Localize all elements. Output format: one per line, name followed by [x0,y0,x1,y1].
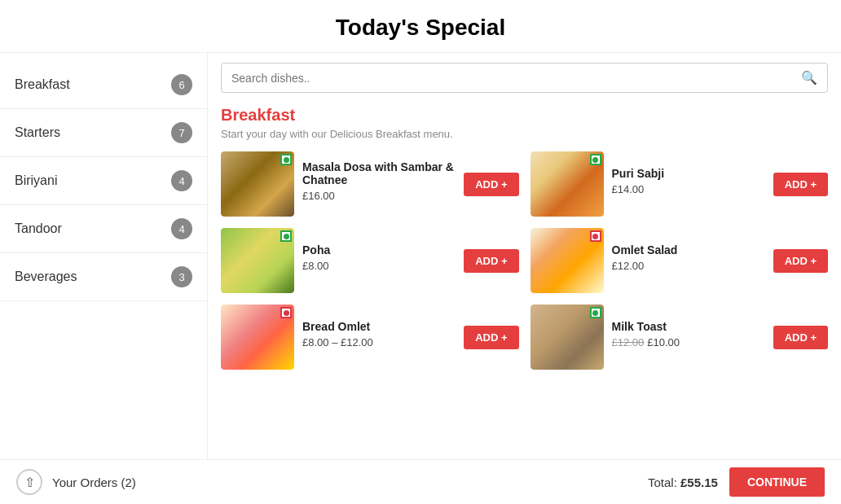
dish-info: Milk Toast £12.00£10.00 [612,320,765,355]
sidebar-badge: 3 [171,266,192,287]
dish-card: Bread Omlet £8.00 – £12.00 ADD + [221,305,519,370]
dish-card: Milk Toast £12.00£10.00 ADD + [531,305,829,370]
veg-dot [284,234,289,239]
dish-name: Puri Sabji [612,167,765,180]
dish-info: Omlet Salad £12.00 [612,243,765,278]
add-dish-button[interactable]: ADD + [464,326,518,349]
dish-name: Poha [302,243,456,256]
veg-indicator [280,307,292,318]
search-icon: 🔍 [801,70,817,85]
sidebar-badge: 4 [171,218,192,239]
search-input[interactable] [231,72,801,85]
sidebar-badge: 7 [171,122,192,143]
dish-price: £16.00 [302,190,456,202]
add-dish-button[interactable]: ADD + [464,173,518,196]
section-subtitle: Start your day with our Delicious Breakf… [221,128,828,140]
add-dish-button[interactable]: ADD + [773,249,828,273]
total-text: Total: £55.15 [648,476,718,489]
dish-name: Omlet Salad [612,243,765,256]
dish-info: Bread Omlet £8.00 – £12.00 [302,320,456,355]
dish-name: Milk Toast [612,320,765,333]
veg-indicator [590,307,601,318]
sidebar-item-starters[interactable]: Starters 7 [0,109,207,157]
veg-dot [284,310,289,316]
veg-indicator [590,154,601,165]
dish-price-original: £12.00 [612,336,645,348]
sidebar: Breakfast 6 Starters 7 Biriyani 4 Tandoo… [0,53,208,463]
veg-indicator [590,230,601,242]
veg-dot [592,157,598,163]
dish-card: Puri Sabji £14.00 ADD + [531,151,829,217]
add-dish-button[interactable]: ADD + [773,173,828,196]
orders-label: Your Orders (2) [52,476,136,489]
sidebar-item-breakfast[interactable]: Breakfast 6 [0,61,207,109]
content-area: 🔍 Breakfast Start your day with our Deli… [208,53,841,463]
orders-up-icon[interactable]: ⇧ [16,469,42,495]
bottom-bar: ⇧ Your Orders (2) Total: £55.15 CONTINUE [0,459,841,504]
dish-name: Bread Omlet [302,320,456,333]
dish-price: £8.00 – £12.00 [302,336,456,348]
dish-info: Masala Dosa with Sambar & Chatnee £16.00 [302,160,456,208]
dish-card: Masala Dosa with Sambar & Chatnee £16.00… [221,151,519,217]
sidebar-item-beverages[interactable]: Beverages 3 [0,253,207,301]
dish-card: Omlet Salad £12.00 ADD + [531,228,829,293]
sidebar-label: Tandoor [15,221,62,236]
page-title: Today's Special [0,0,841,53]
dish-price: £14.00 [612,183,765,195]
dish-card: Poha £8.00 ADD + [221,228,519,293]
add-dish-button[interactable]: ADD + [773,326,828,349]
sidebar-badge: 6 [171,74,192,95]
sidebar-label: Beverages [15,270,77,284]
veg-indicator [280,154,292,165]
sidebar-badge: 4 [171,170,192,191]
veg-indicator [280,230,292,242]
dish-image-wrap [531,151,604,217]
veg-dot [284,157,289,163]
dish-image-wrap [221,305,294,370]
dish-name: Masala Dosa with Sambar & Chatnee [302,160,456,186]
dish-image-wrap [531,305,604,370]
dish-image-wrap [221,151,294,217]
section-title: Breakfast [221,106,828,125]
continue-button[interactable]: CONTINUE [729,467,825,497]
dish-price: £8.00 [302,260,456,272]
sidebar-item-tandoor[interactable]: Tandoor 4 [0,205,207,253]
total-amount: £55.15 [680,476,718,489]
veg-dot [592,234,598,239]
dish-info: Poha £8.00 [302,243,456,278]
dish-image-wrap [221,228,294,293]
sidebar-label: Starters [15,125,60,140]
dishes-grid: Masala Dosa with Sambar & Chatnee £16.00… [221,151,828,370]
sidebar-label: Biriyani [15,173,57,188]
veg-dot [592,310,598,316]
dish-info: Puri Sabji £14.00 [612,167,765,202]
dish-image-wrap [531,228,604,293]
dish-price: £12.00 [612,260,765,272]
sidebar-label: Breakfast [15,77,70,92]
sidebar-item-biriyani[interactable]: Biriyani 4 [0,157,207,205]
dish-price: £12.00£10.00 [612,336,765,348]
add-dish-button[interactable]: ADD + [464,249,518,273]
